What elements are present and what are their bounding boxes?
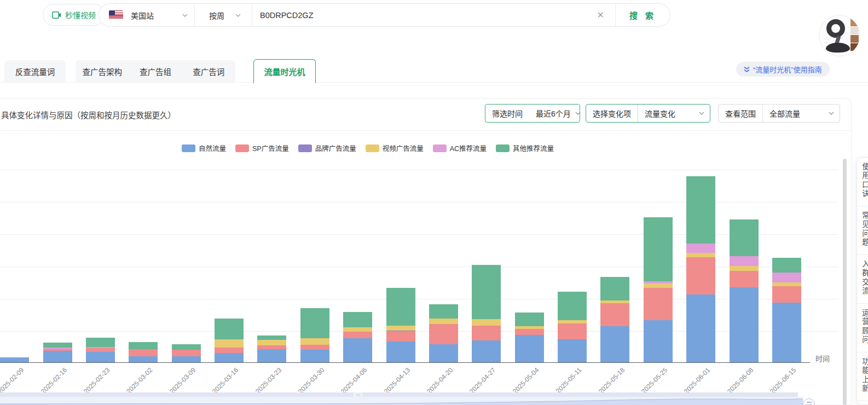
bar-segment[interactable]	[343, 312, 372, 327]
bar-segment[interactable]	[43, 351, 72, 362]
bar-segment[interactable]	[772, 286, 801, 303]
bar-segment[interactable]	[343, 327, 372, 332]
bar-segment[interactable]	[86, 347, 115, 348]
bar-segment[interactable]	[129, 342, 158, 349]
bar-segment[interactable]	[86, 338, 115, 347]
bar-segment[interactable]	[644, 320, 673, 362]
bar-segment[interactable]	[558, 323, 587, 339]
sidebar-item[interactable]: 使用口诀	[857, 158, 868, 206]
datazoom-grip-icon[interactable]	[354, 392, 362, 397]
bar-segment[interactable]	[772, 273, 801, 282]
bar-segment[interactable]	[386, 331, 415, 342]
bar-segment[interactable]	[343, 332, 372, 338]
bar-segment[interactable]	[300, 338, 329, 345]
bar-segment[interactable]	[429, 344, 458, 362]
bar-segment[interactable]	[215, 353, 244, 362]
bar-segment[interactable]	[386, 331, 415, 331]
x-axis-tick-label: 2025-06-15	[768, 366, 797, 395]
datazoom-scrollbar[interactable]	[0, 392, 798, 397]
bar-segment[interactable]	[257, 345, 286, 349]
bar-segment[interactable]	[0, 357, 29, 362]
bar-segment[interactable]	[515, 335, 544, 362]
bar-segment[interactable]	[686, 176, 715, 244]
bar-segment[interactable]	[600, 300, 629, 303]
legend-swatch-icon	[433, 144, 447, 152]
bar-segment[interactable]	[215, 339, 244, 348]
bar-segment[interactable]	[386, 342, 415, 362]
bar-segment[interactable]	[343, 338, 372, 362]
page-scrollbar-thumb[interactable]	[843, 159, 847, 405]
bar-segment[interactable]	[644, 284, 673, 288]
bar-segment[interactable]	[129, 356, 158, 362]
bar-segment[interactable]	[472, 340, 501, 362]
bar-segment[interactable]	[215, 348, 244, 353]
bar-segment[interactable]	[172, 356, 201, 362]
bar-segment[interactable]	[558, 339, 587, 362]
bar-segment[interactable]	[644, 281, 673, 284]
bar-segment[interactable]	[472, 265, 501, 319]
legend-item[interactable]: 自然流量	[182, 143, 226, 153]
bar-segment[interactable]	[257, 340, 286, 345]
bar-segment[interactable]	[43, 348, 72, 349]
bar-segment[interactable]	[772, 258, 801, 273]
bar-segment[interactable]	[300, 308, 329, 338]
bar-segment[interactable]	[300, 350, 329, 362]
bar-segment[interactable]	[429, 304, 458, 319]
bar-segment[interactable]	[172, 344, 201, 350]
bar-segment[interactable]	[257, 335, 286, 340]
bar-segment[interactable]	[257, 349, 286, 362]
sidebar-item[interactable]: 入群交流	[857, 254, 868, 303]
bar-segment[interactable]	[300, 345, 329, 350]
bar-segment[interactable]	[600, 303, 629, 326]
bar-segment[interactable]	[600, 277, 629, 300]
bar-segment[interactable]	[386, 326, 415, 331]
bar-segment[interactable]	[43, 343, 72, 348]
bar-segment[interactable]	[558, 320, 587, 323]
bar-segment[interactable]	[686, 253, 715, 257]
x-axis-tick-label: 2025-05-04	[511, 366, 540, 395]
tab-traffic-time-machine[interactable]: 流量时光机	[253, 59, 316, 83]
bar-segment[interactable]	[515, 329, 544, 335]
legend-item[interactable]: 视频广告流量	[366, 143, 424, 153]
bar-segment[interactable]	[472, 319, 501, 326]
legend-item[interactable]: 品牌广告流量	[298, 143, 356, 153]
sidebar-item[interactable]: 功能上新	[857, 352, 868, 401]
bar-segment[interactable]	[429, 319, 458, 324]
bar-segment[interactable]	[558, 292, 587, 320]
bar-segment[interactable]	[730, 219, 759, 256]
bar-segment[interactable]	[730, 271, 759, 287]
bar-segment[interactable]	[686, 257, 715, 294]
filter-view-scope-select[interactable]: 全部流量	[763, 108, 840, 119]
bar-segment[interactable]	[429, 324, 458, 344]
bar-segment[interactable]	[43, 349, 72, 351]
bar-segment[interactable]	[772, 282, 801, 286]
bar-segment[interactable]	[472, 326, 501, 340]
bar-segment[interactable]	[772, 303, 801, 362]
filter-time-range-select[interactable]: 最近6个月	[529, 108, 586, 119]
bar-segment[interactable]	[644, 288, 673, 320]
bar-segment[interactable]	[644, 217, 673, 281]
bar-segment[interactable]	[515, 326, 544, 329]
legend-item[interactable]: AC推荐流量	[433, 143, 487, 153]
legend-label: 视频广告流量	[383, 143, 424, 153]
legend-item[interactable]: SP广告流量	[235, 143, 289, 153]
bar-segment[interactable]	[686, 294, 715, 362]
bar-segment[interactable]	[686, 244, 715, 253]
sidebar-item[interactable]: 常见问题	[857, 206, 868, 254]
datazoom-slider[interactable]	[0, 397, 803, 405]
sidebar-item[interactable]: 运营顾问	[857, 303, 868, 352]
legend-label: 品牌广告流量	[315, 143, 356, 153]
bar-segment[interactable]	[730, 256, 759, 266]
bar-segment[interactable]	[515, 313, 544, 326]
bar-segment[interactable]	[386, 288, 415, 326]
bar-segment[interactable]	[86, 352, 115, 362]
bar-segment[interactable]	[730, 266, 759, 271]
bar-segment[interactable]	[215, 319, 244, 339]
bar-segment[interactable]	[129, 349, 158, 356]
legend-item[interactable]: 其他推荐流量	[496, 143, 554, 153]
bar-segment[interactable]	[600, 326, 629, 362]
bar-segment[interactable]	[86, 348, 115, 352]
filter-change-item-select[interactable]: 流量变化	[638, 108, 710, 119]
bar-segment[interactable]	[730, 287, 759, 362]
bar-segment[interactable]	[172, 350, 201, 356]
